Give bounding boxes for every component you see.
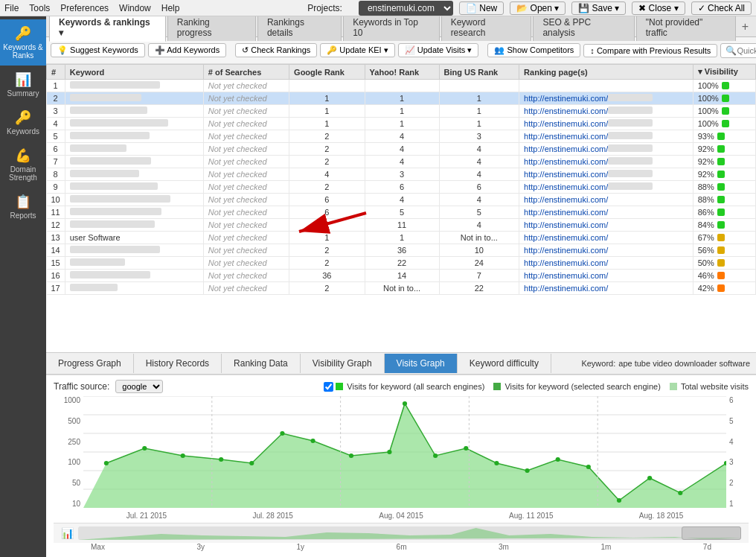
cell-visibility: 92% [693, 168, 755, 181]
cell-bing: 1 [439, 118, 519, 130]
tab-seo-ppc[interactable]: SEO & PPC analysis [533, 16, 634, 41]
cell-visibility: 56% [693, 244, 755, 257]
cell-url [519, 80, 693, 92]
chart-svg-container: Jul. 21 2015 Jul. 28 2015 Aug. 04 2015 A… [83, 396, 726, 523]
btab-progress-graph[interactable]: Progress Graph [46, 354, 134, 373]
cell-yahoo: 1 [365, 105, 439, 118]
legend-all-checkbox[interactable] [324, 382, 333, 392]
add-tab-button[interactable]: + [737, 20, 753, 34]
legend-all-engines[interactable]: Visits for keyword (all search engines) [324, 382, 484, 392]
menu-tools[interactable]: Tools [29, 3, 50, 13]
sidebar-item-reports[interactable]: 📋 Reports [0, 188, 46, 226]
btab-ranking-data[interactable]: Ranking Data [222, 354, 301, 373]
add-keywords-button[interactable]: ➕ Add Keywords [148, 43, 226, 57]
tab-not-provided[interactable]: "Not provided" traffic [636, 16, 736, 41]
cell-num: 7 [47, 156, 65, 168]
btab-history-records[interactable]: History Records [134, 354, 222, 373]
cell-bing: 3 [439, 130, 519, 143]
table-row[interactable]: 6 Not yet checked 2 4 4 http://enstinemu… [47, 143, 756, 156]
cell-visibility: 100% [693, 92, 755, 105]
keyword-label-area: Keyword: ape tube video downloader softw… [575, 356, 756, 371]
legend-selected-engine[interactable]: Visits for keyword (selected search engi… [493, 382, 661, 391]
cell-searches: Not yet checked [203, 194, 289, 206]
sidebar-item-summary[interactable]: 📊 Summary [0, 66, 46, 104]
reports-icon: 📋 [15, 194, 31, 210]
minimap-handle[interactable] [682, 526, 741, 540]
cell-google: 2 [289, 244, 365, 257]
cell-google: 1 [289, 105, 365, 118]
minimap-track[interactable] [78, 526, 741, 540]
y-label: 1000 [54, 396, 80, 404]
visibility-dot [722, 120, 729, 127]
table-row[interactable]: 12 Not yet checked 2 11 4 http://enstine… [47, 219, 756, 232]
table-row[interactable]: 8 Not yet checked 4 3 4 http://enstinemu… [47, 168, 756, 181]
cell-visibility: 46% [693, 270, 755, 282]
cell-searches: Not yet checked [203, 118, 289, 130]
cell-visibility: 92% [693, 143, 755, 156]
new-button[interactable]: 📄 New [459, 1, 504, 15]
y-right-label: 6 [729, 396, 749, 404]
menu-help[interactable]: Help [161, 3, 180, 13]
table-row[interactable]: 2 Not yet checked 1 1 1 http://enstinemu… [47, 92, 756, 105]
update-kei-button[interactable]: 🔑 Update KEI ▾ [320, 43, 394, 57]
cell-keyword [65, 143, 203, 156]
tab-ranking-progress[interactable]: Ranking progress [167, 16, 256, 41]
menu-window[interactable]: Window [119, 3, 151, 13]
sidebar-item-domain-strength[interactable]: 💪 Domain Strength [0, 141, 46, 188]
cell-keyword [65, 270, 203, 282]
visibility-dot [717, 133, 725, 140]
sidebar-item-keywords-ranks[interactable]: 🔑 Keywords & Ranks [0, 19, 46, 66]
project-select[interactable]: enstinemuki.com [359, 1, 453, 16]
table-row[interactable]: 1 Not yet checked 100% [47, 80, 756, 92]
cell-searches: Not yet checked [203, 270, 289, 282]
cell-google: 2 [289, 130, 365, 143]
table-row[interactable]: 5 Not yet checked 2 4 3 http://enstinemu… [47, 130, 756, 143]
table-row[interactable]: 16 Not yet checked 36 14 7 http://enstin… [47, 270, 756, 282]
table-row[interactable]: 7 Not yet checked 2 4 4 http://enstinemu… [47, 156, 756, 168]
btab-keyword-difficulty[interactable]: Keyword difficulty [458, 354, 551, 373]
sidebar-item-keywords[interactable]: 🔑 Keywords [0, 104, 46, 141]
cell-yahoo: 22 [365, 257, 439, 270]
quick-filter-box: 🔍 [720, 43, 756, 58]
save-button[interactable]: 💾 Save ▾ [571, 1, 626, 15]
show-competitors-button[interactable]: 👥 Show Competitors [487, 43, 580, 57]
cell-yahoo: 36 [365, 244, 439, 257]
close-button[interactable]: ✖ Close ▾ [632, 1, 685, 15]
col-searches: # of Searches [203, 65, 289, 80]
open-button[interactable]: 📂 Open ▾ [510, 1, 566, 15]
cell-keyword [65, 156, 203, 168]
cell-visibility: 93% [693, 130, 755, 143]
x-label: Aug. 18 2015 [639, 512, 684, 520]
table-row[interactable]: 10 Not yet checked 6 4 4 http://enstinem… [47, 194, 756, 206]
table-row[interactable]: 9 Not yet checked 2 6 6 http://enstinemu… [47, 181, 756, 194]
menu-preferences[interactable]: Preferences [60, 3, 109, 13]
table-row[interactable]: 15 Not yet checked 2 22 24 http://enstin… [47, 257, 756, 270]
menu-file[interactable]: File [4, 3, 19, 13]
tab-keywords-top10[interactable]: Keywords in Top 10 [343, 16, 440, 41]
table-row[interactable]: 14 Not yet checked 2 36 10 http://enstin… [47, 244, 756, 257]
table-row[interactable]: 17 Not yet checked 2 Not in to... 22 htt… [47, 282, 756, 295]
x-label: Aug. 04 2015 [379, 512, 423, 520]
cell-searches: Not yet checked [203, 80, 289, 92]
suggest-keywords-button[interactable]: 💡 Suggest Keywords [51, 43, 145, 57]
cell-yahoo: 1 [365, 118, 439, 130]
check-all-button[interactable]: ✓ Check All [691, 1, 752, 15]
cell-num: 2 [47, 92, 65, 105]
compare-previous-button[interactable]: ↕ Compare with Previous Results [583, 44, 717, 57]
tab-keywords-rankings[interactable]: Keywords & rankings ▾ [49, 16, 166, 42]
traffic-source-select[interactable]: google [115, 380, 163, 393]
btab-visibility-graph[interactable]: Visibility Graph [301, 354, 385, 373]
sidebar-item-label: Keywords [7, 127, 39, 136]
check-rankings-button[interactable]: ↺ Check Rankings [235, 43, 317, 57]
keywords-icon: 🔑 [15, 109, 31, 126]
table-row[interactable]: 3 Not yet checked 1 1 1 http://enstinemu… [47, 105, 756, 118]
table-row[interactable]: 4 Not yet checked 1 1 1 http://enstinemu… [47, 118, 756, 130]
tab-keyword-research[interactable]: Keyword research [441, 16, 532, 41]
table-row[interactable]: 13 user Software Not yet checked 1 1 Not… [47, 232, 756, 244]
legend-total-visits[interactable]: Total website visits [670, 382, 749, 391]
table-row[interactable]: 11 Not yet checked 6 5 5 http://enstinem… [47, 206, 756, 219]
tab-rankings-details[interactable]: Rankings details [257, 16, 342, 41]
search-input[interactable] [737, 46, 756, 55]
btab-visits-graph[interactable]: Visits Graph [385, 354, 458, 373]
update-visits-button[interactable]: 📈 Update Visits ▾ [398, 43, 479, 57]
